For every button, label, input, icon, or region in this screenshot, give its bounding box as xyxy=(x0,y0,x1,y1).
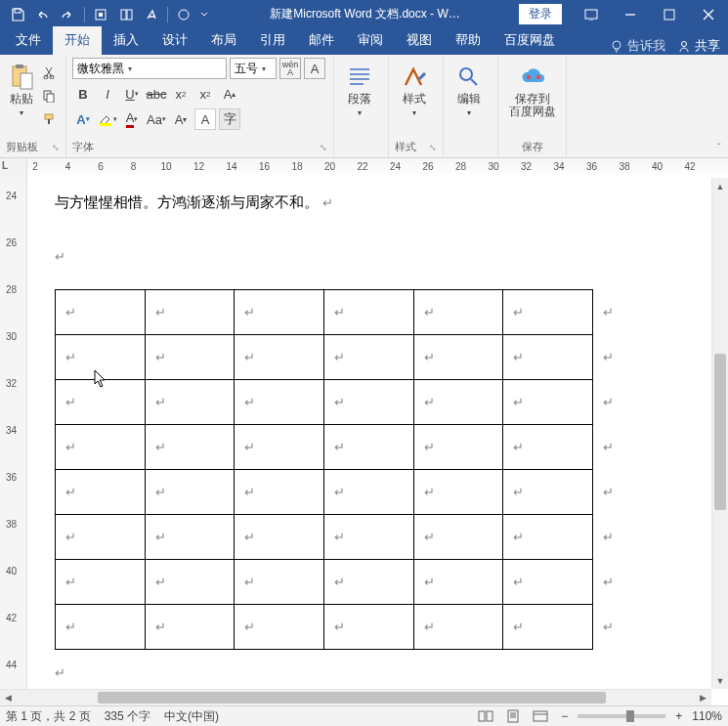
table-cell[interactable]: ↵ xyxy=(235,605,324,650)
text-effects-icon[interactable]: A ▾ xyxy=(72,108,94,130)
redo-icon[interactable] xyxy=(57,3,80,26)
table-row[interactable]: ↵↵↵↵↵↵↵ xyxy=(56,515,622,560)
tab-help[interactable]: 帮助 xyxy=(444,26,492,55)
table-cell[interactable]: ↵ xyxy=(413,425,503,470)
horizontal-scrollbar[interactable]: ◀ ▶ xyxy=(0,689,711,705)
word-count[interactable]: 335 个字 xyxy=(105,708,150,725)
share-button[interactable]: 共享 xyxy=(677,37,720,55)
editing-button[interactable]: 编辑▾ xyxy=(450,58,489,119)
table-cell[interactable]: ↵ xyxy=(235,380,324,425)
clear-formatting-icon[interactable]: A xyxy=(194,108,216,130)
table-cell[interactable]: ↵ xyxy=(503,380,593,425)
table-cell[interactable]: ↵ xyxy=(56,560,146,605)
format-painter-icon[interactable] xyxy=(38,108,60,130)
table-cell[interactable]: ↵ xyxy=(503,605,593,650)
table-cell[interactable]: ↵ xyxy=(592,335,621,380)
scroll-left-icon[interactable]: ◀ xyxy=(0,690,17,705)
tab-mailings[interactable]: 邮件 xyxy=(297,26,346,55)
paragraph-button[interactable]: 段落▾ xyxy=(340,58,379,119)
table-cell[interactable]: ↵ xyxy=(592,470,621,515)
table-cell[interactable]: ↵ xyxy=(503,425,593,470)
page-indicator[interactable]: 第 1 页，共 2 页 xyxy=(6,708,91,725)
zoom-level[interactable]: 110% xyxy=(692,709,722,723)
scroll-thumb[interactable] xyxy=(98,692,606,704)
table-cell[interactable]: ↵ xyxy=(592,605,621,650)
char-border-icon[interactable]: A xyxy=(304,58,325,79)
table-cell[interactable]: ↵ xyxy=(145,290,235,335)
table-cell[interactable]: ↵ xyxy=(145,515,235,560)
document-table[interactable]: ↵↵↵↵↵↵↵↵↵↵↵↵↵↵↵↵↵↵↵↵↵↵↵↵↵↵↵↵↵↵↵↵↵↵↵↵↵↵↵↵… xyxy=(55,289,621,650)
tab-insert[interactable]: 插入 xyxy=(102,26,150,55)
print-layout-icon[interactable] xyxy=(502,707,524,725)
table-cell[interactable]: ↵ xyxy=(323,605,413,650)
zoom-in-icon[interactable]: + xyxy=(671,709,686,723)
table-cell[interactable]: ↵ xyxy=(323,560,413,605)
empty-paragraph[interactable]: ↵ xyxy=(55,660,699,686)
language-indicator[interactable]: 中文(中国) xyxy=(164,708,219,725)
qat-btn-3[interactable] xyxy=(140,3,163,26)
baidu-save-button[interactable]: 保存到 百度网盘 xyxy=(504,58,560,118)
table-cell[interactable]: ↵ xyxy=(323,335,413,380)
table-cell[interactable]: ↵ xyxy=(235,335,324,380)
table-cell[interactable]: ↵ xyxy=(145,560,235,605)
table-cell[interactable]: ↵ xyxy=(413,560,503,605)
table-cell[interactable]: ↵ xyxy=(503,335,593,380)
table-cell[interactable]: ↵ xyxy=(323,380,413,425)
scroll-up-icon[interactable]: ▲ xyxy=(712,178,728,194)
zoom-slider[interactable] xyxy=(578,714,665,718)
save-icon[interactable] xyxy=(6,3,29,26)
qat-btn-1[interactable] xyxy=(89,3,112,26)
tab-selector[interactable]: L xyxy=(0,158,27,178)
ruler-horizontal[interactable]: L 24681012141618202224262830323436384042 xyxy=(0,158,728,178)
table-cell[interactable]: ↵ xyxy=(592,290,621,335)
font-color-icon[interactable]: A ▾ xyxy=(121,108,143,130)
table-cell[interactable]: ↵ xyxy=(413,335,503,380)
table-cell[interactable]: ↵ xyxy=(503,290,593,335)
table-cell[interactable]: ↵ xyxy=(323,425,413,470)
ruler-vertical[interactable]: 2426283032343638404244 xyxy=(0,178,27,705)
font-size-combo[interactable]: 五号▾ xyxy=(230,58,277,79)
minimize-icon[interactable] xyxy=(611,0,650,28)
tab-view[interactable]: 视图 xyxy=(395,26,444,55)
change-case-icon[interactable]: Aa ▾ xyxy=(146,108,167,130)
tab-design[interactable]: 设计 xyxy=(150,26,199,55)
table-cell[interactable]: ↵ xyxy=(56,290,146,335)
table-row[interactable]: ↵↵↵↵↵↵↵ xyxy=(56,380,622,425)
qat-btn-2[interactable] xyxy=(114,3,138,26)
tell-me-search[interactable]: 告诉我 xyxy=(602,37,673,55)
table-cell[interactable]: ↵ xyxy=(56,605,146,650)
table-cell[interactable]: ↵ xyxy=(592,425,621,470)
scroll-right-icon[interactable]: ▶ xyxy=(695,690,711,705)
login-button[interactable]: 登录 xyxy=(519,4,562,24)
font-name-combo[interactable]: 微软雅黑▾ xyxy=(72,58,227,79)
table-cell[interactable]: ↵ xyxy=(235,425,324,470)
tab-review[interactable]: 审阅 xyxy=(346,26,395,55)
table-cell[interactable]: ↵ xyxy=(413,290,503,335)
close-icon[interactable] xyxy=(689,0,728,28)
bold-icon[interactable]: B xyxy=(72,83,94,105)
font-dialog-launcher[interactable]: ⤡ xyxy=(320,143,327,152)
table-cell[interactable]: ↵ xyxy=(235,515,324,560)
copy-icon[interactable] xyxy=(38,85,60,107)
table-cell[interactable]: ↵ xyxy=(56,470,146,515)
scroll-down-icon[interactable]: ▼ xyxy=(712,672,728,689)
underline-icon[interactable]: U ▾ xyxy=(121,83,143,105)
shrink-font-icon[interactable]: A▾ xyxy=(170,108,192,130)
highlight-icon[interactable]: ▾ xyxy=(97,108,118,130)
table-cell[interactable]: ↵ xyxy=(323,515,413,560)
table-cell[interactable]: ↵ xyxy=(56,425,146,470)
cut-icon[interactable] xyxy=(38,62,60,83)
subscript-icon[interactable]: x2 xyxy=(170,83,192,105)
table-cell[interactable]: ↵ xyxy=(413,605,503,650)
collapse-ribbon-icon[interactable]: ˇ xyxy=(717,143,720,153)
italic-icon[interactable]: I xyxy=(97,83,118,105)
table-row[interactable]: ↵↵↵↵↵↵↵ xyxy=(56,335,622,380)
tab-references[interactable]: 引用 xyxy=(248,26,297,55)
tab-baidu[interactable]: 百度网盘 xyxy=(492,26,567,55)
table-cell[interactable]: ↵ xyxy=(503,470,593,515)
styles-button[interactable]: 样式▾ xyxy=(395,58,434,119)
table-cell[interactable]: ↵ xyxy=(323,470,413,515)
table-cell[interactable]: ↵ xyxy=(56,380,146,425)
table-cell[interactable]: ↵ xyxy=(145,380,235,425)
qat-customize-icon[interactable] xyxy=(197,3,211,26)
